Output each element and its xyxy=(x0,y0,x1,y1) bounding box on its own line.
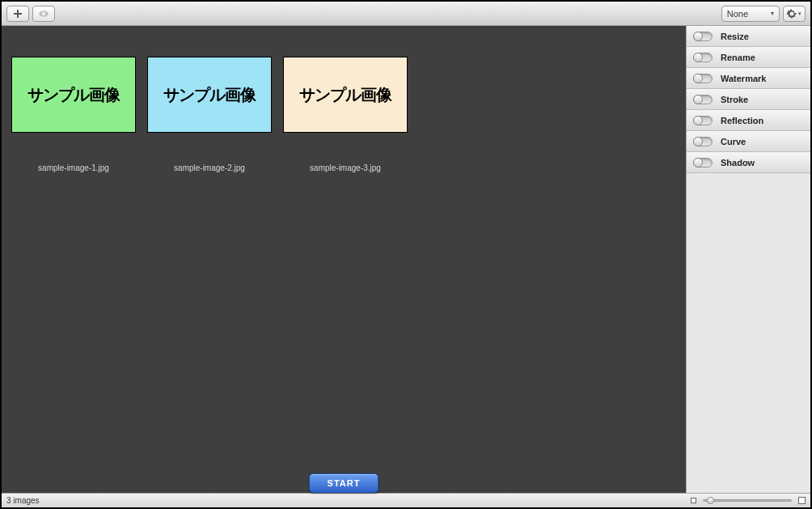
option-label: Stroke xyxy=(721,95,748,104)
zoom-slider[interactable] xyxy=(703,499,792,502)
thumbnail-filename: sample-image-1.jpg xyxy=(38,163,109,172)
toggle-reflection[interactable] xyxy=(693,116,713,125)
option-reflection[interactable]: Reflection xyxy=(687,110,810,131)
sidebar-empty-area xyxy=(687,173,810,493)
option-resize[interactable]: Resize xyxy=(687,26,810,47)
start-button[interactable]: START xyxy=(309,473,379,493)
image-canvas[interactable]: サンプル画像 sample-image-1.jpg サンプル画像 sample-… xyxy=(2,26,686,493)
sidebar: Resize Rename Watermark Stroke Reflectio… xyxy=(686,26,810,493)
plus-icon xyxy=(13,9,23,19)
toggle-curve[interactable] xyxy=(693,137,713,146)
option-watermark[interactable]: Watermark xyxy=(687,68,810,89)
thumbnail-filename: sample-image-2.jpg xyxy=(174,163,245,172)
option-shadow[interactable]: Shadow xyxy=(687,152,810,173)
toggle-resize[interactable] xyxy=(693,32,713,41)
status-bar: 3 images xyxy=(2,493,810,507)
settings-button[interactable]: ▾ xyxy=(783,6,806,22)
option-label: Resize xyxy=(721,32,749,41)
preset-select[interactable]: None ▾ xyxy=(721,6,780,22)
option-label: Curve xyxy=(721,137,746,146)
option-label: Rename xyxy=(721,53,755,62)
toolbar: None ▾ ▾ xyxy=(2,2,810,26)
add-button[interactable] xyxy=(6,6,29,22)
option-rename[interactable]: Rename xyxy=(687,47,810,68)
eye-icon xyxy=(39,9,49,19)
thumbnail[interactable]: サンプル画像 sample-image-2.jpg xyxy=(147,57,272,172)
gear-icon xyxy=(787,9,797,19)
option-label: Shadow xyxy=(721,158,755,168)
chevron-down-icon: ▾ xyxy=(798,11,801,17)
thumbnail[interactable]: サンプル画像 sample-image-3.jpg xyxy=(283,57,408,172)
preview-button[interactable] xyxy=(32,6,55,22)
toggle-stroke[interactable] xyxy=(693,95,713,104)
toggle-shadow[interactable] xyxy=(693,158,713,168)
zoom-slider-knob[interactable] xyxy=(707,497,714,504)
option-stroke[interactable]: Stroke xyxy=(687,89,810,110)
status-text: 3 images xyxy=(6,496,40,505)
zoom-max-icon[interactable] xyxy=(798,497,806,504)
thumbnail[interactable]: サンプル画像 sample-image-1.jpg xyxy=(11,57,136,172)
zoom-min-icon[interactable] xyxy=(691,498,696,503)
option-curve[interactable]: Curve xyxy=(687,131,810,152)
chevron-down-icon: ▾ xyxy=(771,10,774,17)
toggle-watermark[interactable] xyxy=(693,74,713,83)
preset-select-value: None xyxy=(727,9,748,19)
thumbnail-image: サンプル画像 xyxy=(11,57,136,133)
thumbnail-image: サンプル画像 xyxy=(147,57,272,133)
option-label: Watermark xyxy=(721,74,766,83)
option-label: Reflection xyxy=(721,116,763,125)
thumbnail-image: サンプル画像 xyxy=(283,57,408,133)
thumbnail-filename: sample-image-3.jpg xyxy=(310,163,381,172)
toggle-rename[interactable] xyxy=(693,53,713,62)
